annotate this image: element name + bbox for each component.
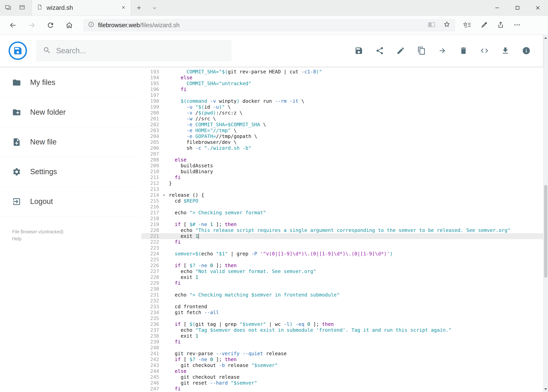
code-line[interactable]: 208 else: [141, 157, 543, 163]
code-line[interactable]: 245 git checkout release: [141, 374, 543, 380]
reading-view-icon[interactable]: [428, 21, 435, 30]
code-line[interactable]: 241 git rev-parse --verify --quiet relea…: [141, 351, 543, 357]
share-button[interactable]: [374, 45, 385, 56]
code-line[interactable]: 231 echo "> Checking matching $semver in…: [141, 292, 543, 298]
code-line[interactable]: 210 buildBinary: [141, 169, 543, 175]
web-note-pen-icon[interactable]: [480, 21, 488, 29]
site-info-icon[interactable]: [88, 21, 95, 29]
code-line[interactable]: 194 else: [141, 75, 543, 81]
help-link[interactable]: Help: [12, 235, 21, 242]
code-line[interactable]: 200 -v /$(pwd):/src:z \: [141, 110, 543, 116]
forward-button[interactable]: [22, 18, 41, 32]
search-input[interactable]: [56, 47, 225, 55]
code-line[interactable]: 240: [141, 345, 543, 351]
code-line[interactable]: 244 else: [141, 368, 543, 374]
minimize-button[interactable]: [487, 0, 507, 15]
code-line[interactable]: 226 if [ $? -ne 0 ]; then: [141, 263, 543, 268]
code-line[interactable]: 247 fi: [141, 386, 543, 392]
tab-preview-chevron-icon[interactable]: [147, 0, 162, 15]
code-line[interactable]: 223: [141, 245, 543, 251]
more-options-icon[interactable]: [513, 21, 521, 29]
code-line[interactable]: 242 if [ $? -ne 0 ]; then: [141, 357, 543, 363]
code-line[interactable]: 203 -e HOME="//tmp" \: [141, 128, 543, 133]
fold-marker-icon[interactable]: ▾: [159, 192, 169, 198]
scrollbar-thumb[interactable]: [544, 185, 548, 278]
code-line[interactable]: 246 git reset --hard "$semver": [141, 380, 543, 386]
search-box[interactable]: [36, 40, 231, 61]
refresh-button[interactable]: [41, 18, 60, 32]
new-tab-button[interactable]: [131, 0, 147, 15]
code-line[interactable]: 228 exit 1: [141, 274, 543, 280]
save-button[interactable]: [353, 45, 364, 56]
code-line[interactable]: 193 COMMIT_SHA="$(git rev-parse HEAD | c…: [141, 69, 543, 75]
code-line[interactable]: 209 buildAssets: [141, 163, 543, 169]
home-button[interactable]: [60, 18, 79, 32]
code-line[interactable]: 232: [141, 298, 543, 304]
raw-code-button[interactable]: [479, 45, 490, 56]
hub-favorites-icon[interactable]: [463, 21, 472, 29]
edit-button[interactable]: [395, 45, 406, 56]
code-line[interactable]: 235: [141, 315, 543, 321]
delete-button[interactable]: [458, 45, 469, 56]
info-button[interactable]: [521, 45, 532, 56]
scroll-up-arrow-icon[interactable]: [543, 35, 548, 41]
code-line[interactable]: 204 -e GOPATH=//tmp/gopath \: [141, 133, 543, 139]
scroll-down-arrow-icon[interactable]: [543, 386, 548, 392]
code-line[interactable]: 201 -w //src \: [141, 116, 543, 122]
code-line[interactable]: 218: [141, 216, 543, 222]
filebrowser-logo-icon[interactable]: [9, 42, 27, 60]
code-line[interactable]: 216: [141, 204, 543, 210]
code-line[interactable]: 197: [141, 92, 543, 98]
code-line[interactable]: 230: [141, 286, 543, 292]
code-line[interactable]: 243 git checkout -b release "$semver": [141, 363, 543, 368]
code-line[interactable]: 227 echo "Not valid semver format. See s…: [141, 268, 543, 274]
sidebar-item-settings[interactable]: Settings: [0, 157, 141, 187]
vertical-scrollbar[interactable]: [543, 35, 548, 392]
code-line[interactable]: 205 filebrowser/dev \: [141, 139, 543, 145]
code-line[interactable]: 225: [141, 257, 543, 263]
address-bar[interactable]: filebrowser.web/files/wizard.sh: [83, 19, 455, 31]
code-line[interactable]: 202 -e COMMIT_SHA=$COMMIT_SHA \: [141, 122, 543, 128]
code-line[interactable]: 237 echo "Tag $semver does not exist in …: [141, 327, 543, 333]
code-line[interactable]: 220 echo "This release script requires a…: [141, 227, 543, 233]
sidebar-item-new-file[interactable]: New file: [0, 127, 141, 157]
code-line[interactable]: 214▾release () {: [141, 192, 543, 198]
code-line[interactable]: 229 fi: [141, 280, 543, 286]
sidebar-item-my-files[interactable]: My files: [0, 68, 141, 98]
back-button[interactable]: [4, 18, 22, 32]
close-window-button[interactable]: [528, 0, 548, 15]
download-button[interactable]: [500, 45, 511, 56]
tab-preview-panel-icon[interactable]: [19, 4, 25, 12]
code-line[interactable]: 222 fi: [141, 239, 543, 245]
maximize-button[interactable]: [507, 0, 528, 15]
code-line[interactable]: 238 exit 1: [141, 333, 543, 339]
code-line[interactable]: 213: [141, 186, 543, 192]
code-line[interactable]: 239 fi: [141, 339, 543, 345]
code-line[interactable]: 224 semver=$(echo "$1" | grep -P '^v(0|[…: [141, 251, 543, 257]
sidebar-item-logout[interactable]: Logout: [0, 187, 141, 217]
share-page-icon[interactable]: [497, 21, 504, 29]
code-line[interactable]: 212}: [141, 181, 543, 186]
code-line[interactable]: 206 sh -c "./wizard.sh -b": [141, 145, 543, 151]
code-line[interactable]: 198 $(command -v winpty) docker run --rm…: [141, 98, 543, 104]
code-line[interactable]: 199 -u "$(id -u)" \: [141, 104, 543, 110]
code-line[interactable]: 217 echo "> Checking semver format": [141, 210, 543, 216]
code-line[interactable]: 195 COMMIT_SHA="untracked": [141, 81, 543, 86]
code-line[interactable]: 221 exit 1: [141, 233, 543, 239]
code-line[interactable]: 211 fi: [141, 175, 543, 181]
sidebar-item-new-folder[interactable]: New folder: [0, 98, 141, 127]
code-line[interactable]: 196 fi: [141, 86, 543, 92]
code-line[interactable]: 219 if [ $# -ne 1 ]; then: [141, 222, 543, 227]
move-button[interactable]: [437, 45, 448, 56]
code-line[interactable]: 207: [141, 151, 543, 157]
code-line[interactable]: 215 cd $REPO: [141, 198, 543, 204]
tabs-set-aside-icon[interactable]: [5, 4, 11, 12]
code-line[interactable]: 234 git fetch --all: [141, 310, 543, 315]
browser-tab[interactable]: wizard.sh: [32, 0, 131, 15]
code-line[interactable]: 236 if [ $(git tag | grep "$semver" | wc…: [141, 321, 543, 327]
copy-button[interactable]: [416, 45, 427, 56]
code-editor[interactable]: 193 COMMIT_SHA="$(git rev-parse HEAD | c…: [141, 67, 543, 392]
add-favorite-star-icon[interactable]: [443, 21, 451, 30]
tab-close-button[interactable]: [121, 4, 126, 11]
code-line[interactable]: 233 cd frontend: [141, 304, 543, 310]
